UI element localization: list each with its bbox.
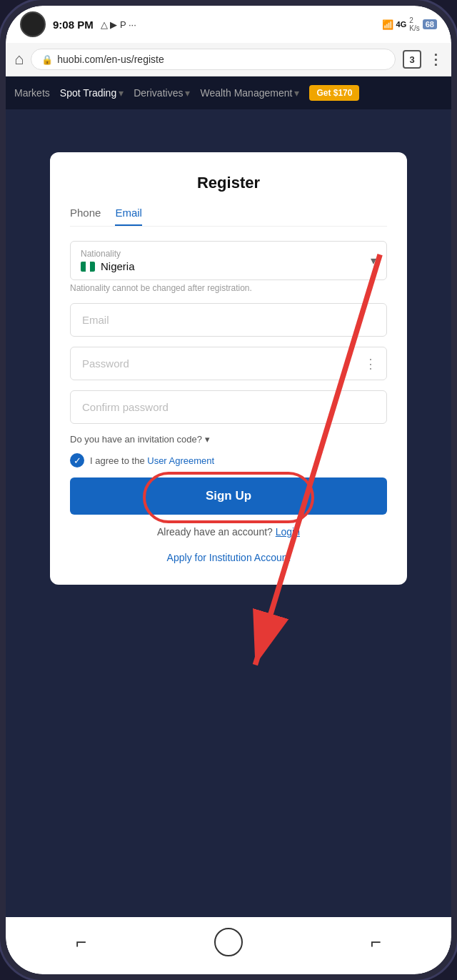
tab-count[interactable]: 3: [403, 50, 421, 69]
url-text: huobi.com/en-us/registe: [57, 54, 164, 65]
get-170-button[interactable]: Get $170: [309, 85, 359, 101]
status-icons: 📶 4G 2K/s 68: [382, 16, 437, 32]
phone-frame: 9:08 PM △ ▶ P ··· 📶 4G 2K/s 68 ⌂ 🔒 huobi…: [0, 0, 457, 980]
invitation-link[interactable]: Do you have an invitation code? ▾: [70, 434, 387, 445]
signup-button-wrap: Sign Up: [70, 477, 387, 515]
tab-phone[interactable]: Phone: [70, 207, 101, 226]
signal-strength: 4G: [396, 20, 407, 29]
register-card: Register Phone Email Nationality Nigeria: [50, 152, 407, 585]
nationality-group: Nationality Nigeria ▾ Nationality cannot…: [70, 241, 387, 293]
status-bar: 9:08 PM △ ▶ P ··· 📶 4G 2K/s 68: [6, 6, 451, 43]
status-left: 9:08 PM △ ▶ P ···: [20, 11, 136, 37]
browser-bar: ⌂ 🔒 huobi.com/en-us/registe 3 ⋮: [6, 43, 451, 76]
camera-icon: [20, 11, 46, 37]
spot-chevron: ▾: [119, 87, 124, 99]
password-wrap: ⋮: [70, 347, 387, 380]
agreement-row: ✓ I agree to the User Agreement: [70, 453, 387, 467]
deriv-chevron: ▾: [185, 87, 190, 99]
nationality-value: Nigeria: [81, 260, 135, 272]
battery-indicator: 68: [423, 19, 437, 29]
lock-icon: 🔒: [41, 54, 53, 65]
card-title: Register: [70, 174, 387, 192]
invitation-chevron: ▾: [205, 434, 210, 445]
agreement-prefix: I agree to the: [90, 455, 145, 466]
site-nav: Markets Spot Trading ▾ Derivatives ▾ Wea…: [6, 76, 451, 109]
menu-dots[interactable]: ⋮: [428, 51, 443, 68]
register-tabs: Phone Email: [70, 207, 387, 227]
email-group: [70, 303, 387, 337]
nationality-chevron-icon: ▾: [371, 254, 376, 267]
institution-account-link[interactable]: Apply for Institution Account: [167, 552, 291, 563]
signal-icon: 📶: [382, 19, 393, 30]
nationality-label: Nationality: [81, 249, 135, 259]
user-agreement-link[interactable]: User Agreement: [147, 455, 214, 466]
login-row: Already have an account? Login: [70, 526, 387, 538]
main-content: Register Phone Email Nationality Nigeria: [6, 109, 451, 917]
invitation-text: Do you have an invitation code?: [70, 434, 202, 445]
status-indicators: △ ▶ P ···: [101, 19, 136, 30]
nationality-text: Nigeria: [101, 260, 135, 272]
address-bar[interactable]: 🔒 huobi.com/en-us/registe: [31, 49, 396, 70]
confirm-password-input[interactable]: [70, 390, 387, 424]
home-button[interactable]: ⌂: [14, 50, 24, 69]
confirm-password-group: [70, 390, 387, 424]
agreement-checkbox[interactable]: ✓: [70, 453, 84, 467]
password-input[interactable]: [70, 347, 387, 380]
nav-spot-trading[interactable]: Spot Trading ▾: [60, 87, 124, 99]
institution-link[interactable]: Apply for Institution Account: [70, 552, 387, 563]
phone-inner: 9:08 PM △ ▶ P ··· 📶 4G 2K/s 68 ⌂ 🔒 huobi…: [6, 6, 451, 974]
nationality-select[interactable]: Nationality Nigeria ▾: [70, 241, 387, 280]
email-input[interactable]: [70, 303, 387, 337]
nav-markets[interactable]: Markets: [14, 87, 50, 99]
home-nav-button[interactable]: [214, 928, 243, 956]
recents-button[interactable]: ⌐: [358, 924, 393, 960]
back-button[interactable]: ⌐: [64, 924, 99, 960]
data-speed: 2K/s: [409, 16, 419, 32]
login-link[interactable]: Login: [276, 526, 300, 538]
nav-derivatives[interactable]: Derivatives ▾: [134, 87, 190, 99]
nav-wealth[interactable]: Wealth Management ▾: [200, 87, 299, 99]
signup-button[interactable]: Sign Up: [70, 477, 387, 515]
nigeria-flag-icon: [81, 262, 95, 272]
password-group: ⋮: [70, 347, 387, 380]
agreement-text: I agree to the User Agreement: [90, 455, 214, 466]
bottom-nav-bar: ⌐ ⌐: [6, 917, 451, 974]
status-time: 9:08 PM: [53, 19, 94, 31]
nationality-note: Nationality cannot be changed after regi…: [70, 283, 387, 293]
wealth-chevron: ▾: [294, 87, 299, 99]
already-text: Already have an account?: [157, 526, 273, 538]
tab-email[interactable]: Email: [115, 207, 142, 226]
password-toggle-icon[interactable]: ⋮: [364, 356, 377, 372]
